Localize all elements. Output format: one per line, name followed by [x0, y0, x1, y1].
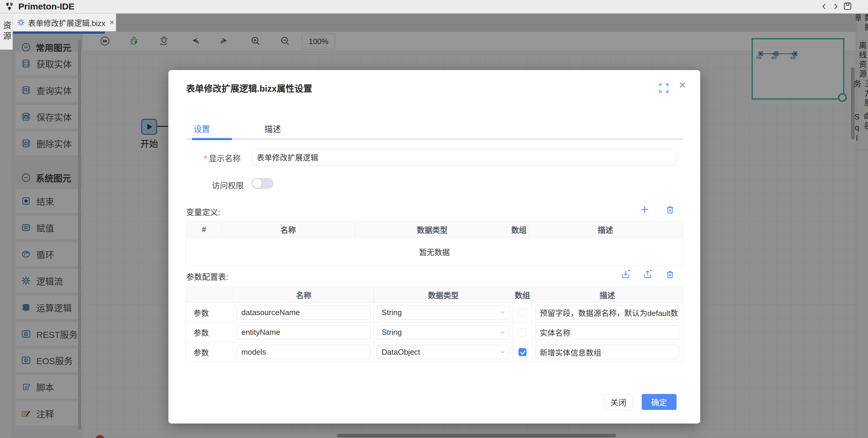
- col-index: #: [186, 222, 222, 237]
- fullscreen-icon[interactable]: [659, 83, 669, 93]
- params-section-label: 参数配置表:: [186, 271, 228, 282]
- array-checkbox[interactable]: [519, 348, 526, 356]
- tab-close-icon[interactable]: ×: [109, 18, 114, 27]
- col-array: 数组: [510, 222, 528, 237]
- param-row: 参数 datasourceName String 预留字段，数据源名称，默认为d…: [186, 303, 683, 322]
- app-logo-icon: [5, 2, 14, 11]
- dialog-tab-description[interactable]: 描述: [265, 123, 281, 135]
- param-type-select[interactable]: DataObject: [377, 345, 509, 359]
- modal-overlay: [116, 13, 868, 31]
- variables-header-row: # 名称 数据类型 数组 描述: [186, 222, 683, 237]
- delete-variable-icon[interactable]: [665, 205, 675, 214]
- array-checkbox[interactable]: [519, 328, 526, 336]
- nav-forward-icon[interactable]: [831, 2, 840, 11]
- col-datatype: 数据类型: [374, 287, 513, 303]
- array-checkbox[interactable]: [519, 309, 526, 317]
- editor-tab-active[interactable]: 表单修改扩展逻辑.bizx ×: [13, 13, 116, 31]
- display-name-input[interactable]: [252, 148, 677, 166]
- params-table: 名称 数据类型 数组 描述 参数 datasourceName String 预…: [186, 287, 683, 362]
- delete-params-icon[interactable]: [665, 269, 675, 279]
- export-params-icon[interactable]: [643, 269, 652, 279]
- close-icon[interactable]: ×: [679, 79, 686, 91]
- param-desc-input[interactable]: 新增实体信息数组: [535, 345, 679, 359]
- chevron-down-icon: [500, 331, 505, 334]
- variables-empty-text: 暂无数据: [186, 237, 683, 266]
- param-type: 参数: [186, 342, 234, 362]
- param-desc-input[interactable]: 预留字段，数据源名称，默认为default数: [535, 305, 679, 320]
- tab-underline-track: [186, 138, 682, 140]
- variables-table: # 名称 数据类型 数组 描述 暂无数据: [186, 222, 683, 266]
- col-array: 数组: [513, 287, 532, 303]
- param-name-input[interactable]: entityName: [237, 325, 370, 339]
- ok-button[interactable]: 确定: [642, 394, 677, 410]
- col-desc: 描述: [532, 287, 683, 303]
- import-params-icon[interactable]: [621, 269, 630, 279]
- col-desc: 描述: [528, 222, 683, 237]
- dialog-tab-settings[interactable]: 设置: [193, 123, 210, 135]
- param-row: 参数 entityName String 实体名称: [186, 322, 683, 342]
- close-button[interactable]: 关闭: [604, 394, 632, 410]
- variables-section-label: 变量定义:: [186, 206, 220, 217]
- app-title: Primeton-IDE: [18, 0, 74, 13]
- required-star: *: [204, 154, 207, 163]
- col-name: 名称: [234, 287, 374, 303]
- param-desc-input[interactable]: 实体名称: [535, 325, 679, 339]
- modal-overlay: [0, 50, 13, 438]
- col-blank: [186, 287, 234, 303]
- access-toggle[interactable]: [252, 178, 274, 189]
- chevron-down-icon: [500, 351, 505, 353]
- title-bar: Primeton-IDE: [0, 0, 868, 13]
- param-type-select[interactable]: String: [377, 305, 509, 320]
- toggle-knob: [253, 179, 262, 188]
- param-type: 参数: [186, 322, 234, 342]
- param-row: 参数 models DataObject 新增实体信息数组: [186, 342, 683, 362]
- app-window: Primeton-IDE 表单修改扩展逻辑.bizx × 资源 常用图元: [0, 0, 868, 438]
- save-icon[interactable]: [843, 2, 852, 11]
- editor-tab-label: 表单修改扩展逻辑.bizx: [28, 17, 105, 28]
- param-name-input[interactable]: models: [237, 345, 370, 359]
- properties-dialog: 表单修改扩展逻辑.bizx属性设置 × 设置 描述 *显示名称 访问权限 变量定…: [168, 70, 700, 424]
- chevron-down-icon: [500, 311, 505, 314]
- param-type: 参数: [186, 303, 234, 322]
- param-name-input[interactable]: datasourceName: [237, 305, 370, 320]
- col-datatype: 数据类型: [355, 222, 510, 237]
- access-label: 访问权限: [212, 179, 244, 191]
- nav-back-icon[interactable]: [820, 2, 829, 11]
- col-name: 名称: [222, 222, 355, 237]
- gear-icon: [17, 18, 25, 27]
- param-type-select[interactable]: String: [377, 325, 509, 339]
- params-header-row: 名称 数据类型 数组 描述: [186, 287, 683, 303]
- tab-underline-active: [192, 138, 232, 140]
- add-variable-icon[interactable]: [640, 205, 649, 214]
- display-name-label: *显示名称: [204, 152, 241, 164]
- rail-tab-resources[interactable]: 资源: [0, 13, 13, 50]
- dialog-title: 表单修改扩展逻辑.bizx属性设置: [186, 81, 312, 94]
